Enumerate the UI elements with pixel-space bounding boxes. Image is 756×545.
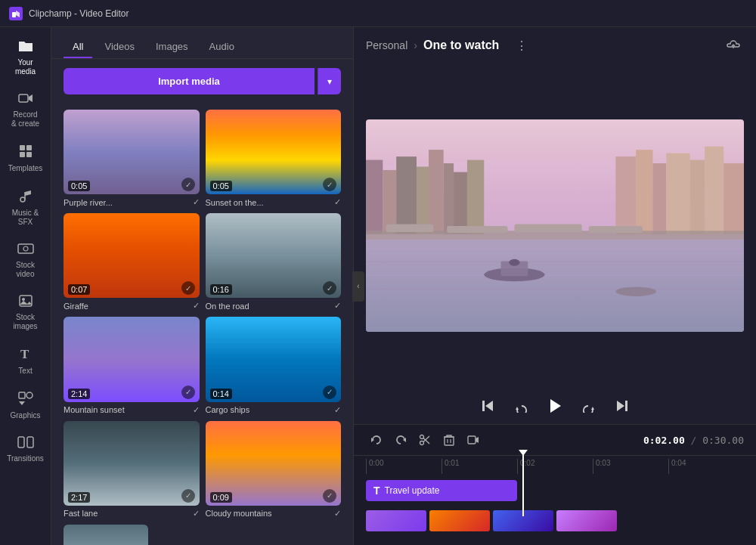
sidebar-item-your-media[interactable]: Your media [4,33,48,82]
panel-collapse-button[interactable]: ‹ [352,271,364,302]
svg-point-50 [509,259,519,266]
ruler-mark: 0:01 [442,459,517,474]
media-thumbnail: 0:05 ✓ [206,110,342,194]
svg-text:T: T [20,347,29,361]
svg-rect-57 [625,401,627,411]
redo-button[interactable] [390,429,411,451]
media-check: ✓ [323,489,336,503]
sidebar-item-stock-video[interactable]: Stock video [4,236,48,285]
svg-point-51 [615,286,656,296]
video-track-row [366,507,744,534]
templates-icon [18,144,33,163]
media-check: ✓ [181,281,195,295]
skip-forward-button[interactable] [609,394,634,418]
media-duration: 0:05 [68,181,90,191]
media-item[interactable]: 0:07 ✓ Giraffe ✓ [64,213,200,311]
sidebar-item-graphics[interactable]: Graphics [4,385,48,426]
tab-videos[interactable]: Videos [95,36,144,58]
undo-button[interactable] [366,429,387,451]
media-item[interactable]: 2:14 〜〜〜 Destination... ✓ [64,525,200,545]
playhead[interactable] [522,453,524,516]
sidebar-label-stock-video: Stock video [7,261,45,279]
svg-point-8 [20,197,25,202]
video-clip[interactable] [556,510,617,531]
delete-button[interactable] [438,429,460,451]
media-duration: 2:14 [68,389,90,399]
svg-rect-37 [723,163,744,234]
text-icon: T [19,346,33,365]
svg-rect-23 [366,159,383,234]
svg-rect-65 [445,437,454,445]
titlebar: Clipchamp - Video Editor [0,0,756,27]
tab-audio[interactable]: Audio [200,36,243,58]
sync-button[interactable] [723,35,744,56]
video-clip[interactable] [429,510,490,531]
svg-rect-41 [514,224,581,232]
import-dropdown-button[interactable]: ▾ [318,68,341,94]
media-check: ✓ [181,386,195,399]
skip-back-button[interactable] [476,394,500,418]
svg-rect-29 [454,172,467,234]
sidebar-label-stock-images: Stock images [7,313,45,331]
svg-rect-30 [467,159,484,234]
ruler-mark: 0:00 [366,459,442,474]
sidebar-item-music[interactable]: Music & SFX [4,182,48,233]
svg-rect-19 [27,437,33,447]
record-clip-button[interactable] [463,429,484,451]
fast-forward-button[interactable] [576,394,600,418]
video-clip[interactable] [366,510,426,531]
media-thumbnail: 0:16 ✓ [206,213,342,298]
svg-marker-54 [516,407,519,410]
play-button[interactable] [543,394,567,418]
total-time: 0:30.00 [702,435,744,446]
media-check: ✓ [181,489,195,503]
sidebar-item-stock-images[interactable]: Stock images [4,288,48,337]
media-duration: 0:14 [210,389,232,399]
media-item[interactable]: 0:16 ✓ On the road ✓ [206,213,342,311]
rewind-button[interactable] [510,394,534,418]
svg-rect-5 [26,145,32,150]
media-item[interactable]: 0:05 ✓ Sunset on the... ✓ [206,110,342,207]
media-item[interactable]: 2:17 ✓ Fast lane ✓ [64,421,200,519]
media-item[interactable]: 0:05 ✓ Purple river... ✓ [64,110,200,207]
sidebar-label-record: Record& create [11,110,39,129]
sidebar-label-text: Text [18,367,32,376]
ruler-track: 0:00 0:01 0:02 0:03 0:04 [366,459,744,474]
cut-icon [419,434,431,446]
folder-icon [17,39,34,57]
text-track-clip[interactable]: T Travel update [366,480,517,501]
cut-button[interactable] [414,429,435,451]
sidebar-label-transitions: Transitions [7,454,44,463]
sidebar-item-record-create[interactable]: Record& create [4,85,48,135]
media-item[interactable]: 2:14 ✓ Mountain sunset ✓ [64,317,200,414]
main-layout: Your media Record& create Templates Musi… [0,27,756,545]
tab-all[interactable]: All [64,36,92,58]
svg-rect-7 [26,152,32,157]
breadcrumb-separator: › [414,39,417,51]
breadcrumb-parent[interactable]: Personal [366,39,407,51]
media-check: ✓ [181,178,195,191]
media-grid: 0:05 ✓ Purple river... ✓ 0:05 ✓ Sunset o… [51,104,353,545]
sidebar-item-text[interactable]: T Text [4,340,48,382]
graphics-icon [17,391,34,410]
media-item[interactable]: 0:09 ✓ Cloudy mountains ✓ [206,421,342,519]
sidebar-label-graphics: Graphics [10,411,40,420]
svg-rect-27 [429,150,444,234]
more-options-button[interactable]: ⋮ [511,35,532,56]
media-thumbnail: 0:14 ✓ [206,317,342,401]
sidebar-item-templates[interactable]: Templates [4,138,48,179]
skip-forward-icon [615,399,628,413]
media-panel: All Videos Images Audio Import media ▾ 0… [51,27,354,545]
media-name: On the road ✓ [206,301,342,311]
svg-rect-0 [12,12,16,17]
preview-controls [354,388,756,424]
ruler-mark: 0:03 [593,459,668,474]
import-media-button[interactable]: Import media [64,68,314,94]
timeline: 0:02.00 / 0:30.00 0:00 0:01 0:02 0:03 0:… [354,424,756,545]
media-item[interactable]: 0:14 ✓ Cargo ships ✓ [206,317,342,414]
tab-images[interactable]: Images [147,36,197,58]
transitions-icon [17,435,34,453]
media-name: Giraffe ✓ [64,301,200,311]
media-name: Purple river... ✓ [64,197,200,207]
sidebar-item-transitions[interactable]: Transitions [4,429,48,469]
